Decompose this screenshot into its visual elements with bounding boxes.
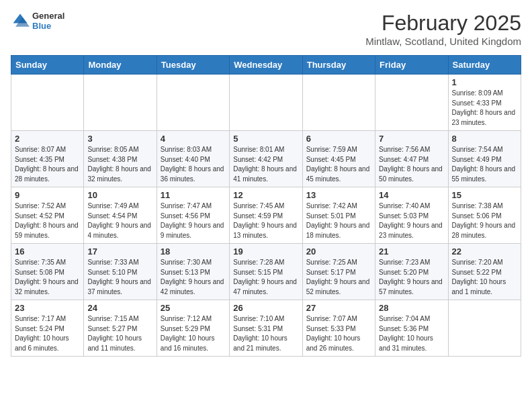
day-info: Sunrise: 8:03 AM Sunset: 4:40 PM Dayligh… <box>161 145 226 184</box>
day-info: Sunrise: 7:59 AM Sunset: 4:45 PM Dayligh… <box>306 145 371 184</box>
weekday-header-saturday: Saturday <box>448 56 521 75</box>
calendar-cell: 3Sunrise: 8:05 AM Sunset: 4:38 PM Daylig… <box>84 131 157 187</box>
week-row-1: 1Sunrise: 8:09 AM Sunset: 4:33 PM Daylig… <box>11 75 521 131</box>
calendar-cell <box>230 75 302 131</box>
day-number: 12 <box>233 190 298 200</box>
logo-text: General Blue <box>32 11 64 31</box>
week-row-5: 23Sunrise: 7:17 AM Sunset: 5:24 PM Dayli… <box>11 300 521 357</box>
weekday-header-tuesday: Tuesday <box>157 56 229 75</box>
day-info: Sunrise: 7:38 AM Sunset: 5:06 PM Dayligh… <box>452 201 517 240</box>
calendar-cell: 22Sunrise: 7:20 AM Sunset: 5:22 PM Dayli… <box>448 244 521 300</box>
calendar-cell: 12Sunrise: 7:45 AM Sunset: 4:59 PM Dayli… <box>230 187 302 244</box>
calendar-cell: 18Sunrise: 7:30 AM Sunset: 5:13 PM Dayli… <box>157 244 229 300</box>
day-number: 11 <box>161 190 226 200</box>
calendar-cell: 9Sunrise: 7:52 AM Sunset: 4:52 PM Daylig… <box>11 187 84 244</box>
day-number: 24 <box>87 303 152 313</box>
calendar-cell <box>157 75 229 131</box>
day-number: 10 <box>87 190 152 200</box>
day-info: Sunrise: 7:42 AM Sunset: 5:01 PM Dayligh… <box>306 201 371 240</box>
calendar-cell: 20Sunrise: 7:25 AM Sunset: 5:17 PM Dayli… <box>302 244 375 300</box>
day-number: 5 <box>233 134 298 144</box>
calendar-cell: 10Sunrise: 7:49 AM Sunset: 4:54 PM Dayli… <box>84 187 157 244</box>
logo-icon <box>11 11 30 30</box>
calendar-cell: 7Sunrise: 7:56 AM Sunset: 4:47 PM Daylig… <box>375 131 448 187</box>
day-info: Sunrise: 7:47 AM Sunset: 4:56 PM Dayligh… <box>161 201 226 240</box>
day-info: Sunrise: 8:01 AM Sunset: 4:42 PM Dayligh… <box>233 145 298 184</box>
day-number: 13 <box>306 190 371 200</box>
day-info: Sunrise: 7:30 AM Sunset: 5:13 PM Dayligh… <box>161 258 226 297</box>
day-info: Sunrise: 7:04 AM Sunset: 5:36 PM Dayligh… <box>379 314 444 353</box>
day-number: 7 <box>379 134 444 144</box>
day-number: 22 <box>452 246 517 257</box>
week-row-3: 9Sunrise: 7:52 AM Sunset: 4:52 PM Daylig… <box>11 187 521 244</box>
calendar-cell <box>448 300 521 357</box>
day-number: 18 <box>161 246 226 257</box>
calendar-cell: 23Sunrise: 7:17 AM Sunset: 5:24 PM Dayli… <box>11 300 84 357</box>
day-info: Sunrise: 7:12 AM Sunset: 5:29 PM Dayligh… <box>161 314 226 353</box>
calendar-cell <box>84 75 157 131</box>
weekday-header-row: SundayMondayTuesdayWednesdayThursdayFrid… <box>11 56 521 75</box>
calendar-cell: 1Sunrise: 8:09 AM Sunset: 4:33 PM Daylig… <box>448 75 521 131</box>
day-info: Sunrise: 8:07 AM Sunset: 4:35 PM Dayligh… <box>15 145 80 184</box>
logo: General Blue <box>11 11 64 31</box>
day-info: Sunrise: 7:56 AM Sunset: 4:47 PM Dayligh… <box>379 145 444 184</box>
day-info: Sunrise: 7:23 AM Sunset: 5:20 PM Dayligh… <box>379 258 444 297</box>
day-number: 19 <box>233 246 298 257</box>
day-info: Sunrise: 7:20 AM Sunset: 5:22 PM Dayligh… <box>452 258 517 297</box>
day-number: 16 <box>15 246 80 257</box>
calendar-cell: 15Sunrise: 7:38 AM Sunset: 5:06 PM Dayli… <box>448 187 521 244</box>
weekday-header-sunday: Sunday <box>11 56 84 75</box>
calendar-cell: 25Sunrise: 7:12 AM Sunset: 5:29 PM Dayli… <box>157 300 229 357</box>
weekday-header-friday: Friday <box>375 56 448 75</box>
day-number: 20 <box>306 246 371 257</box>
calendar-cell: 4Sunrise: 8:03 AM Sunset: 4:40 PM Daylig… <box>157 131 229 187</box>
weekday-header-thursday: Thursday <box>302 56 375 75</box>
day-info: Sunrise: 7:25 AM Sunset: 5:17 PM Dayligh… <box>306 258 371 297</box>
day-number: 25 <box>161 303 226 313</box>
day-info: Sunrise: 7:07 AM Sunset: 5:33 PM Dayligh… <box>306 314 371 353</box>
day-number: 26 <box>233 303 298 313</box>
day-info: Sunrise: 7:15 AM Sunset: 5:27 PM Dayligh… <box>87 314 152 353</box>
calendar-cell: 16Sunrise: 7:35 AM Sunset: 5:08 PM Dayli… <box>11 244 84 300</box>
day-info: Sunrise: 7:17 AM Sunset: 5:24 PM Dayligh… <box>15 314 80 353</box>
day-number: 27 <box>306 303 371 313</box>
calendar-cell: 8Sunrise: 7:54 AM Sunset: 4:49 PM Daylig… <box>448 131 521 187</box>
day-number: 1 <box>452 77 517 87</box>
calendar-cell <box>302 75 375 131</box>
day-number: 9 <box>15 190 80 200</box>
day-info: Sunrise: 7:10 AM Sunset: 5:31 PM Dayligh… <box>233 314 298 353</box>
day-number: 28 <box>379 303 444 313</box>
calendar-cell: 2Sunrise: 8:07 AM Sunset: 4:35 PM Daylig… <box>11 131 84 187</box>
calendar-cell: 14Sunrise: 7:40 AM Sunset: 5:03 PM Dayli… <box>375 187 448 244</box>
day-info: Sunrise: 7:49 AM Sunset: 4:54 PM Dayligh… <box>87 201 152 240</box>
calendar-cell: 5Sunrise: 8:01 AM Sunset: 4:42 PM Daylig… <box>230 131 302 187</box>
calendar-cell: 24Sunrise: 7:15 AM Sunset: 5:27 PM Dayli… <box>84 300 157 357</box>
calendar-cell: 19Sunrise: 7:28 AM Sunset: 5:15 PM Dayli… <box>230 244 302 300</box>
month-title: February 2025 <box>365 11 521 36</box>
day-number: 17 <box>87 246 152 257</box>
weekday-header-wednesday: Wednesday <box>230 56 302 75</box>
calendar-cell <box>375 75 448 131</box>
day-number: 4 <box>161 134 226 144</box>
week-row-4: 16Sunrise: 7:35 AM Sunset: 5:08 PM Dayli… <box>11 244 521 300</box>
day-number: 14 <box>379 190 444 200</box>
calendar: SundayMondayTuesdayWednesdayThursdayFrid… <box>11 55 521 357</box>
calendar-cell: 27Sunrise: 7:07 AM Sunset: 5:33 PM Dayli… <box>302 300 375 357</box>
page-header: General Blue February 2025 Mintlaw, Scot… <box>11 11 521 47</box>
calendar-cell: 28Sunrise: 7:04 AM Sunset: 5:36 PM Dayli… <box>375 300 448 357</box>
calendar-cell: 21Sunrise: 7:23 AM Sunset: 5:20 PM Dayli… <box>375 244 448 300</box>
calendar-cell: 17Sunrise: 7:33 AM Sunset: 5:10 PM Dayli… <box>84 244 157 300</box>
calendar-cell: 6Sunrise: 7:59 AM Sunset: 4:45 PM Daylig… <box>302 131 375 187</box>
day-number: 21 <box>379 246 444 257</box>
weekday-header-monday: Monday <box>84 56 157 75</box>
day-number: 6 <box>306 134 371 144</box>
day-info: Sunrise: 7:33 AM Sunset: 5:10 PM Dayligh… <box>87 258 152 297</box>
day-info: Sunrise: 7:45 AM Sunset: 4:59 PM Dayligh… <box>233 201 298 240</box>
logo-general: General <box>32 11 64 21</box>
location: Mintlaw, Scotland, United Kingdom <box>365 36 521 47</box>
calendar-cell <box>11 75 84 131</box>
day-info: Sunrise: 7:40 AM Sunset: 5:03 PM Dayligh… <box>379 201 444 240</box>
calendar-cell: 26Sunrise: 7:10 AM Sunset: 5:31 PM Dayli… <box>230 300 302 357</box>
title-block: February 2025 Mintlaw, Scotland, United … <box>365 11 521 47</box>
day-number: 15 <box>452 190 517 200</box>
